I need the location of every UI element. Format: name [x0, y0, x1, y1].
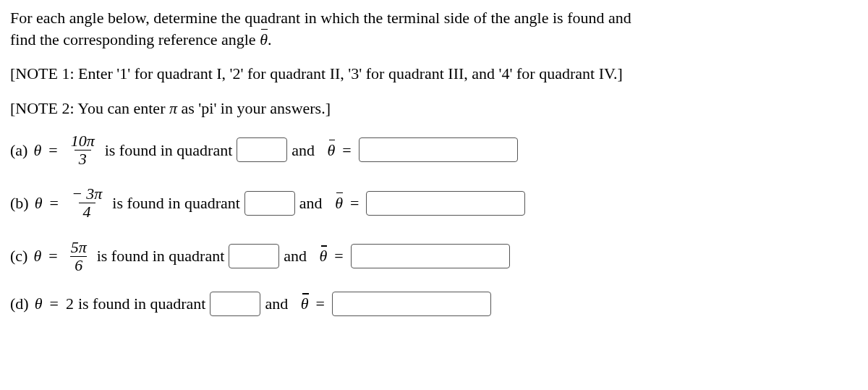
part-c-denominator: 6 — [70, 256, 87, 274]
part-b-denominator: 4 — [79, 203, 95, 221]
part-a-denominator: 3 — [75, 150, 91, 168]
theta-symbol: θ — [35, 293, 43, 315]
note-2: [NOTE 2: You can enter π as 'pi' in your… — [10, 98, 858, 119]
part-a-row: (a) θ = 10π 3 is found in quadrant and θ… — [10, 132, 858, 168]
note2-prefix: [NOTE 2: You can enter — [10, 99, 169, 117]
found-text: is found in quadrant — [112, 192, 240, 214]
part-b-quadrant-input[interactable] — [244, 191, 295, 216]
equals-sign: = — [48, 245, 57, 267]
part-a-fraction: 10π 3 — [68, 132, 98, 168]
theta-bar-symbol: θ — [301, 293, 309, 315]
and-text: and — [292, 140, 315, 161]
part-c-numerator: 5π — [68, 239, 90, 256]
part-a-label: (a) — [10, 140, 27, 161]
equals-sign: = — [350, 192, 359, 214]
part-b-numerator: − 3π — [69, 185, 105, 203]
part-a-quadrant-input[interactable] — [237, 137, 287, 162]
theta-bar-symbol: θ — [335, 192, 343, 214]
found-text: is found in quadrant — [97, 245, 225, 267]
intro-line2-prefix: find the corresponding reference angle — [10, 30, 260, 48]
part-c-row: (c) θ = 5π 6 is found in quadrant and θ … — [10, 239, 858, 274]
equals-sign: = — [48, 140, 57, 161]
intro-line2-suffix: . — [268, 30, 272, 48]
part-b-reference-input[interactable] — [366, 191, 525, 216]
and-text: and — [284, 245, 307, 267]
part-d-reference-input[interactable] — [332, 292, 491, 316]
and-text: and — [299, 192, 323, 214]
part-c-reference-input[interactable] — [351, 244, 510, 268]
part-b-row: (b) θ = − 3π 4 is found in quadrant and … — [10, 185, 858, 221]
equals-sign: = — [49, 293, 58, 315]
theta-bar-symbol: θ — [320, 245, 328, 267]
theta-symbol: θ — [33, 245, 41, 267]
part-d-quadrant-input[interactable] — [210, 292, 260, 316]
pi-symbol: π — [169, 99, 177, 117]
part-a-numerator: 10π — [68, 132, 98, 150]
equals-sign: = — [342, 140, 351, 161]
found-text: is found in quadrant — [105, 140, 233, 161]
found-text: is found in quadrant — [78, 293, 206, 315]
part-c-label: (c) — [10, 245, 27, 267]
part-d-row: (d) θ = 2 is found in quadrant and θ = — [10, 292, 858, 316]
theta-bar-symbol: θ — [260, 29, 268, 51]
and-text: and — [265, 293, 288, 315]
part-c-fraction: 5π 6 — [68, 239, 90, 274]
equals-sign: = — [316, 293, 325, 315]
part-d-value: 2 — [66, 293, 74, 315]
intro-paragraph: For each angle below, determine the quad… — [10, 7, 858, 50]
part-c-quadrant-input[interactable] — [229, 244, 279, 268]
theta-symbol: θ — [35, 192, 43, 214]
note-1: [NOTE 1: Enter '1' for quadrant I, '2' f… — [10, 63, 858, 85]
intro-line1: For each angle below, determine the quad… — [10, 9, 631, 27]
equals-sign: = — [334, 245, 343, 267]
equals-sign: = — [49, 192, 58, 214]
note2-suffix: as 'pi' in your answers.] — [177, 99, 331, 117]
theta-bar-symbol: θ — [328, 140, 336, 161]
part-b-label: (b) — [10, 192, 29, 214]
part-a-reference-input[interactable] — [359, 137, 518, 162]
part-b-fraction: − 3π 4 — [69, 185, 105, 221]
theta-symbol: θ — [33, 140, 41, 161]
part-d-label: (d) — [10, 293, 29, 315]
